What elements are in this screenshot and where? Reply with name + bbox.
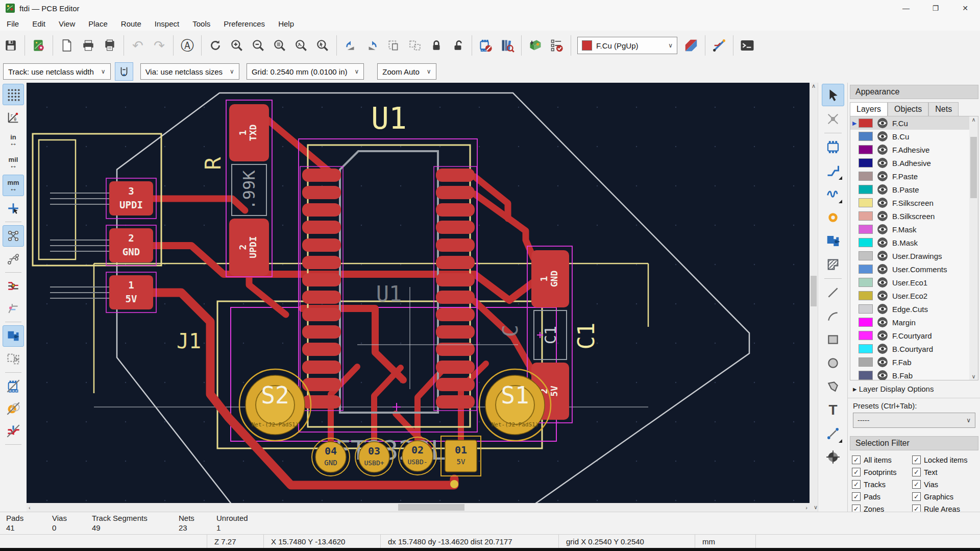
layer-color-swatch[interactable] — [859, 278, 873, 287]
interactive-router-icon[interactable] — [708, 35, 730, 56]
layer-color-swatch[interactable] — [859, 318, 873, 327]
layer-color-swatch[interactable] — [859, 118, 873, 128]
tab-objects[interactable]: Objects — [888, 102, 928, 116]
zone-outline-display-icon[interactable] — [3, 349, 23, 369]
via-size-select[interactable]: Via: use netclass sizes∨ — [140, 63, 239, 80]
net-highlight-icon[interactable] — [3, 298, 23, 319]
zoom-fit-objects-icon[interactable] — [290, 35, 312, 56]
print-icon[interactable] — [78, 35, 99, 56]
add-footprint-icon[interactable] — [822, 136, 844, 158]
filter-text[interactable]: Text — [912, 468, 978, 476]
units-mm-icon[interactable]: mm↔ — [3, 175, 24, 196]
visibility-eye-icon[interactable] — [877, 250, 888, 261]
layer-color-swatch[interactable] — [859, 357, 873, 367]
grid-origin-icon[interactable] — [822, 446, 844, 468]
layer-color-swatch[interactable] — [859, 211, 873, 221]
units-inches-icon[interactable]: in↔ — [3, 130, 23, 150]
visibility-eye-icon[interactable] — [877, 370, 888, 380]
visibility-eye-icon[interactable] — [877, 317, 888, 328]
add-via-icon[interactable] — [822, 207, 844, 228]
layer-row[interactable]: B.Mask — [850, 236, 978, 249]
group-icon[interactable] — [383, 35, 404, 56]
redo-icon[interactable]: ↷ — [149, 35, 170, 56]
layer-color-swatch[interactable] — [859, 132, 873, 141]
close-button[interactable]: ✕ — [950, 0, 980, 16]
filter-locked-items[interactable]: Locked items — [912, 456, 978, 464]
layer-color-swatch[interactable] — [859, 238, 873, 247]
route-tracks-icon[interactable] — [822, 160, 844, 181]
menu-file[interactable]: File — [0, 18, 26, 30]
layer-color-swatch[interactable] — [859, 145, 873, 154]
layer-row[interactable]: B.Fab — [850, 369, 978, 380]
menu-place[interactable]: Place — [82, 18, 114, 30]
visibility-eye-icon[interactable] — [877, 117, 888, 129]
maximize-button[interactable]: ❐ — [921, 0, 950, 16]
find-icon[interactable]: Ⓐ — [177, 35, 198, 56]
layer-color-swatch[interactable] — [859, 291, 873, 300]
vscroll-thumb[interactable] — [811, 276, 817, 306]
menu-route[interactable]: Route — [114, 18, 148, 30]
layer-color-swatch[interactable] — [859, 344, 873, 353]
auto-track-width-toggle[interactable] — [115, 62, 133, 81]
visibility-eye-icon[interactable] — [877, 131, 888, 142]
layer-row[interactable]: B.Courtyard — [850, 342, 978, 355]
visibility-eye-icon[interactable] — [877, 356, 888, 368]
footprint-checker-icon[interactable] — [475, 35, 497, 56]
layer-row[interactable]: User.Eco1 — [850, 276, 978, 289]
visibility-eye-icon[interactable] — [877, 263, 888, 275]
select-tool-icon[interactable] — [822, 84, 844, 106]
zoom-fit-page-icon[interactable] — [269, 35, 290, 56]
draw-polygon-icon[interactable] — [822, 376, 844, 397]
scroll-up-icon[interactable]: ∧ — [810, 83, 818, 89]
scroll-left-icon[interactable]: ‹ — [27, 505, 33, 511]
net-colors-icon[interactable] — [3, 276, 23, 296]
zoom-in-icon[interactable] — [226, 35, 248, 56]
filter-vias[interactable]: Vias — [912, 480, 978, 489]
tab-layers[interactable]: Layers — [850, 102, 888, 116]
layer-row[interactable]: Edge.Cuts — [850, 302, 978, 316]
layers-scroll-thumb[interactable] — [970, 137, 977, 198]
pcb-canvas[interactable]: 3 UPDI 2 GND 1 5V J1 1 TXD — [27, 83, 810, 503]
layer-color-swatch[interactable] — [859, 158, 873, 167]
zoom-out-icon[interactable] — [248, 35, 269, 56]
menu-help[interactable]: Help — [272, 18, 301, 30]
draw-arc-icon[interactable] — [822, 305, 844, 327]
pad-01[interactable]: 01 5V — [441, 436, 481, 476]
drc-icon[interactable] — [546, 35, 568, 56]
crosshair-cursor-icon[interactable] — [3, 198, 23, 219]
add-text-icon[interactable]: T — [822, 399, 844, 421]
pad-02[interactable]: 02 USBD- — [399, 437, 436, 475]
layer-row[interactable]: F.Courtyard — [850, 329, 978, 342]
menu-preferences[interactable]: Preferences — [217, 18, 272, 30]
save-icon[interactable] — [0, 35, 21, 56]
zoom-select[interactable]: Zoom Auto∨ — [377, 63, 436, 80]
layer-selector[interactable]: F.Cu (PgUp) ∨ — [577, 37, 677, 54]
visibility-eye-icon[interactable] — [877, 277, 888, 288]
layer-color-swatch[interactable] — [859, 265, 873, 274]
page-settings-icon[interactable] — [56, 35, 78, 56]
layer-color-swatch[interactable] — [859, 331, 873, 340]
pad-s1[interactable]: S1 Net-(J2-PadS1) — [479, 369, 551, 441]
ratsnest-toggle-icon[interactable] — [3, 225, 24, 247]
layer-row[interactable]: F.Fab — [850, 355, 978, 369]
visibility-eye-icon[interactable] — [877, 157, 888, 169]
tune-length-icon[interactable] — [822, 183, 844, 205]
track-width-select[interactable]: Track: use netclass width∨ — [3, 63, 111, 80]
layer-color-swatch[interactable] — [859, 371, 873, 380]
layer-row[interactable]: B.Paste — [850, 183, 978, 196]
visibility-eye-icon[interactable] — [877, 237, 888, 248]
ungroup-icon[interactable] — [404, 35, 426, 56]
layer-row-fcu[interactable]: ▶F.Cu — [850, 116, 978, 130]
scroll-up-icon[interactable]: ∧ — [971, 116, 975, 123]
layer-row[interactable]: F.Adhesive — [850, 143, 978, 156]
layer-color-swatch[interactable] — [859, 172, 873, 181]
layer-pair-toggle-icon[interactable] — [680, 35, 702, 56]
view-forward-icon[interactable] — [361, 35, 383, 56]
hide-footprints-icon[interactable] — [3, 376, 23, 396]
filter-tracks[interactable]: Tracks — [852, 480, 912, 489]
zone-fill-display-icon[interactable] — [3, 325, 24, 347]
scroll-right-icon[interactable]: › — [803, 505, 810, 511]
visibility-eye-icon[interactable] — [877, 343, 888, 354]
unlock-icon[interactable] — [447, 35, 469, 56]
grid-toggle-icon[interactable] — [3, 84, 24, 105]
